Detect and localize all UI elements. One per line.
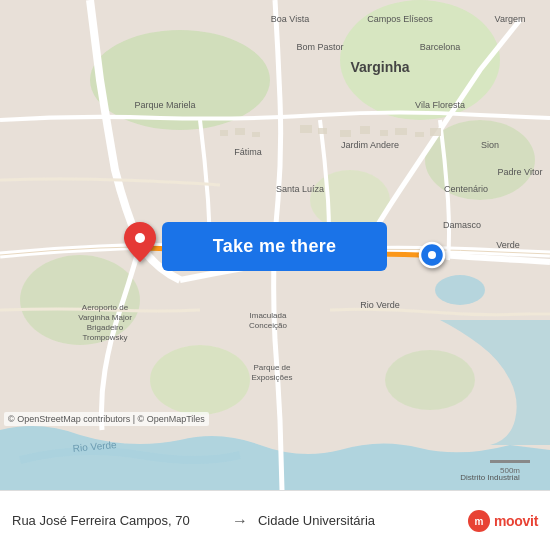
- svg-rect-15: [360, 126, 370, 134]
- svg-text:Parque Mariela: Parque Mariela: [134, 100, 195, 110]
- svg-text:Padre Vitor: Padre Vitor: [498, 167, 543, 177]
- svg-text:Varginha Major: Varginha Major: [78, 313, 132, 322]
- svg-text:Campos Elíseos: Campos Elíseos: [367, 14, 433, 24]
- svg-text:Imaculada: Imaculada: [250, 311, 287, 320]
- svg-rect-13: [318, 128, 327, 134]
- svg-text:Parque de: Parque de: [254, 363, 291, 372]
- svg-rect-17: [395, 128, 407, 135]
- svg-text:Jardim Andere: Jardim Andere: [341, 140, 399, 150]
- svg-text:Trompowsky: Trompowsky: [82, 333, 127, 342]
- svg-text:Sion: Sion: [481, 140, 499, 150]
- svg-text:Centenário: Centenário: [444, 184, 488, 194]
- moovit-logo-icon: m: [468, 510, 490, 532]
- svg-rect-12: [300, 125, 312, 133]
- svg-point-47: [135, 233, 145, 243]
- svg-text:Bom Pastor: Bom Pastor: [296, 42, 343, 52]
- svg-point-6: [150, 345, 250, 415]
- svg-rect-9: [220, 130, 228, 136]
- origin-label: Rua José Ferreira Campos, 70: [12, 513, 222, 528]
- moovit-text: moovit: [494, 513, 538, 529]
- bottom-bar: Rua José Ferreira Campos, 70 → Cidade Un…: [0, 490, 550, 550]
- svg-rect-50: [490, 460, 530, 463]
- svg-text:Fátima: Fátima: [234, 147, 262, 157]
- svg-text:Aeroporto de: Aeroporto de: [82, 303, 129, 312]
- svg-text:Varginha: Varginha: [350, 59, 409, 75]
- svg-text:Conceição: Conceição: [249, 321, 287, 330]
- svg-point-8: [435, 275, 485, 305]
- svg-point-7: [385, 350, 475, 410]
- map-container: Varginha Boa Vista Campos Elíseos Vargem…: [0, 0, 550, 490]
- svg-point-49: [428, 251, 436, 259]
- svg-rect-11: [252, 132, 260, 137]
- map-attribution: © OpenStreetMap contributors | © OpenMap…: [4, 412, 209, 426]
- svg-rect-10: [235, 128, 245, 135]
- svg-text:Exposições: Exposições: [252, 373, 293, 382]
- svg-rect-19: [430, 128, 441, 136]
- take-me-there-button[interactable]: Take me there: [162, 222, 387, 271]
- svg-text:Vargem: Vargem: [495, 14, 526, 24]
- destination-label: Cidade Universitária: [258, 513, 468, 528]
- moovit-logo: m moovit: [468, 510, 538, 532]
- svg-text:Vila Floresta: Vila Floresta: [415, 100, 465, 110]
- svg-rect-16: [380, 130, 388, 136]
- svg-text:Brigadeiro: Brigadeiro: [87, 323, 124, 332]
- svg-rect-14: [340, 130, 351, 137]
- svg-text:Boa Vista: Boa Vista: [271, 14, 309, 24]
- svg-text:Barcelona: Barcelona: [420, 42, 461, 52]
- svg-text:Rio Verde: Rio Verde: [360, 300, 400, 310]
- svg-text:m: m: [474, 516, 483, 527]
- svg-text:500m: 500m: [500, 466, 520, 475]
- arrow-icon: →: [232, 512, 248, 530]
- svg-text:Damasco: Damasco: [443, 220, 481, 230]
- svg-text:Santa Luíza: Santa Luíza: [276, 184, 324, 194]
- svg-rect-18: [415, 132, 424, 137]
- svg-text:Verde: Verde: [496, 240, 520, 250]
